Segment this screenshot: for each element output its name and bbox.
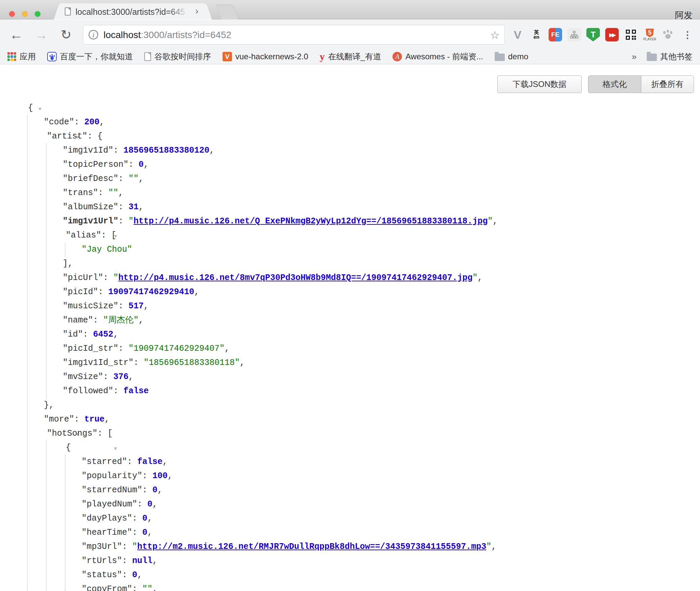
bookmark-awesomes[interactable]: A Awesomes - 前端资... — [392, 51, 483, 62]
json-value-link[interactable]: http://m2.music.126.net/RMJR7wDullRqppBk… — [137, 542, 486, 552]
format-button[interactable]: 格式化 — [588, 76, 641, 93]
json-key: "status" — [82, 570, 122, 580]
json-line: "followed": false — [0, 384, 700, 398]
json-value-number: false — [137, 457, 163, 467]
json-value-number: 100 — [152, 471, 168, 481]
reload-icon[interactable]: ↻ — [57, 26, 75, 43]
json-comma: , — [491, 542, 496, 552]
bookmark-vue-hackernews[interactable]: V vue-hackernews-2.0 — [223, 52, 308, 61]
json-colon: : — [132, 514, 142, 523]
bookmark-youdao[interactable]: y 在线翻译_有道 — [320, 51, 381, 62]
qr-code-extension-icon[interactable] — [624, 28, 638, 41]
forward-icon[interactable]: → — [32, 26, 50, 43]
json-key: "code" — [44, 117, 74, 127]
collapse-all-button[interactable]: 折叠所有 — [641, 76, 694, 93]
browser-tab[interactable]: localhost:3000/artists?id=645 × — [63, 3, 203, 20]
video-speed-icon[interactable]: ▶▶ — [605, 28, 619, 41]
bookmark-star-icon[interactable]: ☆ — [490, 29, 500, 41]
zoom-window-button[interactable] — [35, 11, 40, 17]
json-comma: , — [477, 273, 483, 283]
json-key: "img1v1Id" — [63, 146, 113, 155]
other-bookmarks[interactable]: 其他书签 — [647, 51, 693, 62]
folder-icon — [647, 54, 657, 61]
bookmark-google-sort[interactable]: 谷歌按时间排序 — [144, 51, 211, 62]
address-bar[interactable]: i localhost:3000/artists?id=6452 ☆ — [83, 25, 505, 44]
json-line: ▼"hotSongs": [ — [0, 427, 700, 441]
bookmark-demo-folder[interactable]: demo — [495, 52, 528, 61]
json-line: "status": 0, — [0, 568, 700, 582]
json-quote: " — [486, 542, 491, 552]
baidu-paw-icon — [47, 52, 57, 61]
json-colon: : — [118, 202, 128, 212]
json-comma: , — [105, 414, 110, 424]
json-key: "followed" — [63, 386, 113, 396]
bookmark-baidu[interactable]: 百度一下，你就知道 — [47, 51, 133, 62]
sitemap-extension-icon[interactable] — [567, 28, 581, 41]
collapse-triangle-icon[interactable]: ▼ — [38, 106, 41, 112]
tab-title: localhost:3000/artists?id=645 — [76, 7, 190, 17]
vue-devtools-icon[interactable]: V — [511, 28, 524, 41]
json-key: "mvSize" — [63, 372, 103, 382]
close-window-button[interactable] — [9, 11, 15, 17]
page-favicon-icon — [65, 7, 71, 15]
json-value-link[interactable]: http://p4.music.126.net/Q_ExePNkmgB2yWyL… — [134, 216, 488, 226]
json-line: "starred": false, — [0, 455, 700, 469]
json-key: "artist" — [47, 131, 87, 141]
t-shield-extension-icon[interactable]: T — [586, 28, 600, 41]
tab-close-icon[interactable]: × — [195, 6, 200, 17]
download-json-button[interactable]: 下载JSON数据 — [497, 75, 582, 93]
json-line: "topicPerson": 0, — [0, 158, 700, 172]
bookmark-apps[interactable]: 应用 — [7, 51, 36, 62]
json-key: "picId_str" — [63, 344, 118, 353]
profile-button[interactable]: 阿发 — [675, 9, 693, 21]
translate-extension-icon[interactable]: 英 en — [530, 28, 543, 41]
json-line: }, — [0, 398, 700, 412]
json-comma: , — [144, 301, 149, 311]
json-line: "picId_str": "19097417462929407", — [0, 342, 700, 356]
bookmarks-overflow-chevron[interactable]: » — [632, 52, 637, 62]
fehelper-icon[interactable]: FE — [549, 28, 562, 41]
extension-row: V 英 en FE T ▶▶ 5 PLAYER — [511, 26, 694, 43]
json-key: "img1v1Id_str" — [63, 358, 134, 368]
json-key: "trans" — [63, 188, 98, 198]
json-key: "playedNum" — [82, 499, 137, 509]
h5-player-label: PLAYER — [643, 37, 657, 41]
paw-extension-icon[interactable] — [662, 28, 675, 41]
site-info-icon[interactable]: i — [89, 30, 98, 39]
page-content: 下载JSON数据 格式化 折叠所有 ▼{"code": 200,▼"artist… — [0, 65, 700, 591]
page-icon — [144, 52, 151, 61]
browser-menu-icon[interactable]: ⋮ — [681, 28, 694, 41]
collapse-triangle-icon[interactable]: ▼ — [114, 446, 117, 452]
json-value-link[interactable]: http://p4.music.126.net/8mv7qP30Pd3oHW8b… — [118, 273, 472, 283]
h5-shield-glyph: 5 — [646, 29, 654, 37]
json-line: "img1v1Id_str": "18569651883380118", — [0, 356, 700, 370]
json-value-number: 0 — [142, 514, 147, 523]
json-punctuation: [ — [111, 230, 116, 240]
json-key: "rtUrls" — [82, 556, 122, 566]
back-icon[interactable]: ← — [7, 26, 25, 43]
json-key: "hearTime" — [82, 528, 132, 537]
minimize-window-button[interactable] — [22, 11, 28, 17]
json-colon: : — [97, 429, 108, 438]
json-punctuation: { — [66, 443, 71, 453]
browser-navbar: ← → ↻ i localhost:3000/artists?id=6452 ☆… — [0, 20, 700, 49]
h5-player-extension-icon[interactable]: 5 PLAYER — [643, 28, 657, 41]
json-line: "albumSize": 31, — [0, 200, 700, 214]
json-comma: , — [147, 514, 152, 523]
json-line: "popularity": 100, — [0, 469, 700, 483]
json-viewer: ▼{"code": 200,▼"artist": {"img1v1Id": 18… — [0, 101, 700, 591]
view-mode-group: 格式化 折叠所有 — [588, 75, 694, 93]
json-line: "more": true, — [0, 412, 700, 427]
json-line: "id": 6452, — [0, 328, 700, 342]
json-value-string: "Jay Chou" — [82, 245, 132, 254]
json-comma: , — [118, 188, 123, 198]
json-punctuation: ] — [63, 259, 68, 269]
new-tab-button[interactable] — [216, 5, 238, 20]
json-colon: : — [98, 287, 108, 297]
json-line: "mvSize": 376, — [0, 370, 700, 384]
json-line: "copyFrom": "", — [0, 582, 700, 591]
json-key: "alias" — [66, 230, 101, 240]
json-line: "Jay Chou" — [0, 243, 700, 257]
json-line: "hearTime": 0, — [0, 526, 700, 540]
json-punctuation: { — [97, 131, 103, 141]
